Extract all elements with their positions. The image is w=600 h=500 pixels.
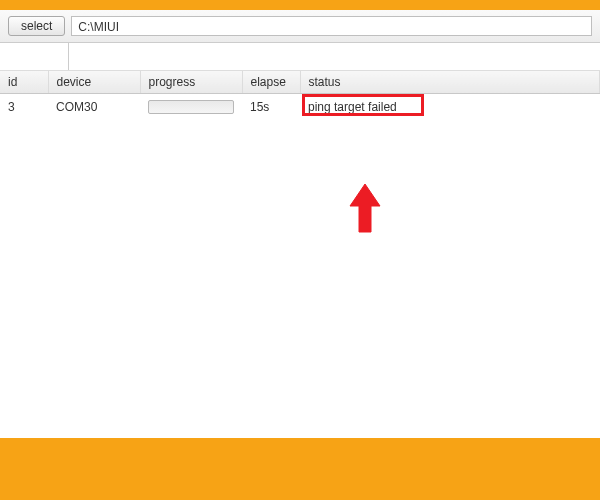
progress-bar [148,100,234,114]
header-elapse[interactable]: elapse [242,71,300,94]
cell-id: 3 [0,94,48,121]
status-text: ping target failed [308,100,397,114]
sub-toolbar [0,43,600,71]
bottom-bar [0,460,600,500]
arrow-up-icon [340,180,390,243]
toolbar: select C:\MIUI [0,10,600,43]
header-status[interactable]: status [300,71,600,94]
flash-table: id device progress elapse status 3 COM30… [0,71,600,120]
divider [68,43,69,70]
cell-progress [140,94,242,121]
table-row[interactable]: 3 COM30 15s ping target failed [0,94,600,121]
header-progress[interactable]: progress [140,71,242,94]
path-input[interactable]: C:\MIUI [71,16,592,36]
select-button[interactable]: select [8,16,65,36]
header-id[interactable]: id [0,71,48,94]
app-window: select C:\MIUI id device progress elapse… [0,10,600,438]
cell-status: ping target failed [300,94,600,121]
header-device[interactable]: device [48,71,140,94]
table-header-row: id device progress elapse status [0,71,600,94]
cell-device: COM30 [48,94,140,121]
cell-elapse: 15s [242,94,300,121]
